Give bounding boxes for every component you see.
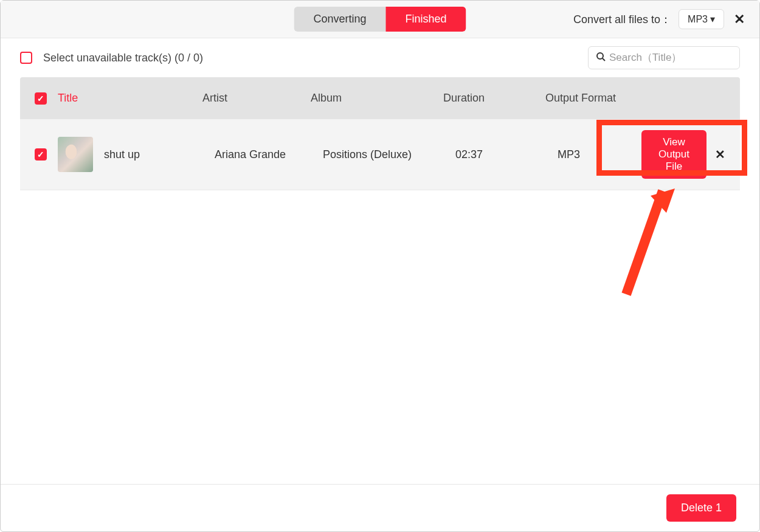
column-title[interactable]: Title (58, 92, 78, 105)
format-selected-value: MP3 (688, 14, 708, 25)
close-icon: ✕ (734, 12, 745, 27)
select-all-checkbox[interactable] (35, 92, 47, 105)
header-bar: Converting Finished Convert all files to… (1, 1, 759, 38)
row-actions: View Output File ✕ (641, 130, 725, 179)
track-title: shut up (104, 148, 140, 161)
app-window: Converting Finished Convert all files to… (0, 0, 760, 532)
column-output-format[interactable]: Output Format (545, 92, 618, 105)
album-art-thumbnail (58, 137, 93, 172)
close-icon: ✕ (715, 148, 725, 161)
svg-line-1 (603, 58, 605, 61)
row-checkbox[interactable] (35, 148, 47, 161)
tab-converting[interactable]: Converting (294, 7, 385, 32)
track-artist: Ariana Grande (215, 148, 312, 161)
format-select[interactable]: MP3 ▾ (679, 9, 724, 29)
track-duration: 02:37 (455, 148, 547, 161)
search-input[interactable] (609, 52, 738, 64)
select-unavailable-label: Select unavailable track(s) (0 / 0) (43, 52, 203, 64)
svg-point-0 (597, 53, 603, 59)
tab-finished[interactable]: Finished (386, 7, 466, 32)
search-icon (596, 52, 606, 64)
delete-button[interactable]: Delete 1 (666, 494, 736, 522)
column-artist[interactable]: Artist (202, 92, 300, 105)
table-header: Title Artist Album Duration Output Forma… (20, 77, 740, 119)
convert-all-label: Convert all files to： (573, 12, 671, 27)
track-table: Title Artist Album Duration Output Forma… (20, 77, 740, 190)
table-row: shut up Ariana Grande Positions (Deluxe)… (20, 119, 740, 190)
track-album: Positions (Deluxe) (323, 148, 444, 161)
search-box[interactable] (588, 46, 740, 69)
track-output-format: MP3 (558, 148, 630, 161)
toolbar: Select unavailable track(s) (0 / 0) (1, 38, 759, 77)
select-unavailable-checkbox[interactable] (20, 52, 32, 64)
chevron-down-icon: ▾ (710, 13, 715, 25)
header-right: Convert all files to： MP3 ▾ ✕ (573, 9, 747, 29)
footer-bar: Delete 1 (1, 484, 759, 531)
remove-row-button[interactable]: ✕ (715, 147, 725, 162)
tab-group: Converting Finished (294, 7, 466, 32)
close-button[interactable]: ✕ (731, 12, 747, 27)
column-duration[interactable]: Duration (443, 92, 534, 105)
column-album[interactable]: Album (311, 92, 432, 105)
view-output-file-button[interactable]: View Output File (641, 130, 706, 179)
